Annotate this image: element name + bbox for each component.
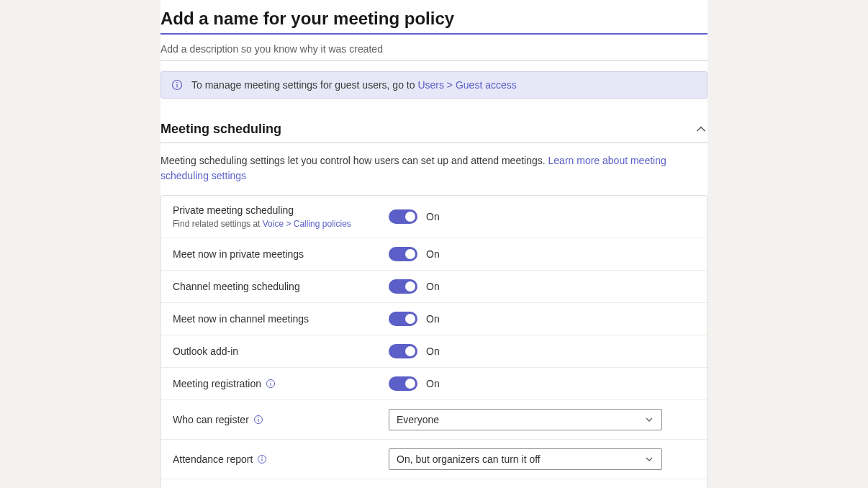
- policy-name-input[interactable]: [161, 6, 707, 35]
- toggle-outlook-addin[interactable]: [389, 344, 417, 358]
- setting-row-channel-scheduling: Channel meeting scheduling On: [161, 271, 707, 303]
- settings-card: Private meeting scheduling Find related …: [161, 195, 707, 488]
- toggle-state: On: [426, 248, 440, 260]
- guest-access-info-banner: To manage meeting settings for guest use…: [161, 71, 707, 99]
- chevron-down-icon: [644, 454, 654, 464]
- section-description: Meeting scheduling settings let you cont…: [161, 153, 707, 184]
- dropdown-who-can-register[interactable]: Everyone: [389, 409, 662, 430]
- info-icon[interactable]: [257, 454, 267, 464]
- setting-row-meet-now-private: Meet now in private meetings On: [161, 238, 707, 271]
- setting-label: Meeting registration: [173, 378, 389, 389]
- setting-label: Private meeting scheduling: [173, 204, 389, 216]
- toggle-state: On: [426, 281, 440, 292]
- dropdown-value: On, but organizers can turn it off: [397, 453, 541, 465]
- setting-label: Attendance report: [173, 453, 389, 465]
- setting-label: Channel meeting scheduling: [173, 281, 389, 292]
- banner-text: To manage meeting settings for guest use…: [191, 79, 517, 91]
- setting-row-meet-now-channel: Meet now in channel meetings On: [161, 303, 707, 335]
- setting-row-private-scheduling: Private meeting scheduling Find related …: [161, 196, 707, 238]
- svg-point-11: [262, 456, 263, 457]
- setting-row-attendance-report: Attendance report On, but organizers can…: [161, 440, 707, 479]
- info-icon[interactable]: [266, 379, 276, 389]
- section-header-meeting-scheduling[interactable]: Meeting scheduling: [161, 122, 707, 143]
- toggle-state: On: [426, 378, 440, 389]
- setting-sublabel: Find related settings at Voice > Calling…: [173, 219, 389, 229]
- svg-point-2: [176, 82, 178, 83]
- setting-row-outlook-addin: Outlook add-in On: [161, 335, 707, 368]
- svg-point-8: [258, 417, 258, 417]
- toggle-channel-scheduling[interactable]: [389, 279, 417, 294]
- toggle-meeting-registration[interactable]: [389, 376, 417, 391]
- setting-row-who-can-register: Who can register Everyone: [161, 400, 707, 440]
- info-icon: [171, 79, 183, 91]
- voice-calling-policies-link[interactable]: Voice > Calling policies: [263, 219, 351, 229]
- dropdown-value: Everyone: [397, 414, 439, 425]
- setting-label: Meet now in channel meetings: [173, 313, 389, 325]
- chevron-down-icon: [644, 415, 654, 425]
- guest-access-link[interactable]: Users > Guest access: [417, 79, 516, 91]
- toggle-meet-now-private[interactable]: [389, 247, 417, 261]
- dropdown-attendance-report[interactable]: On, but organizers can turn it off: [389, 448, 662, 470]
- toggle-state: On: [426, 211, 440, 222]
- section-title: Meeting scheduling: [161, 122, 281, 137]
- setting-label: Outlook add-in: [173, 345, 389, 357]
- setting-row-who-in-report: Who is in the attendance report Everyone…: [161, 479, 707, 488]
- toggle-state: On: [426, 345, 440, 357]
- policy-description-input[interactable]: [161, 36, 707, 61]
- info-icon[interactable]: [253, 415, 263, 425]
- toggle-state: On: [426, 313, 440, 325]
- svg-point-5: [270, 381, 271, 381]
- setting-label: Who can register: [173, 414, 389, 425]
- setting-label: Meet now in private meetings: [173, 248, 389, 260]
- setting-row-meeting-registration: Meeting registration On: [161, 368, 707, 400]
- chevron-up-icon: [695, 123, 707, 136]
- toggle-private-scheduling[interactable]: [389, 209, 417, 224]
- toggle-meet-now-channel[interactable]: [389, 312, 417, 326]
